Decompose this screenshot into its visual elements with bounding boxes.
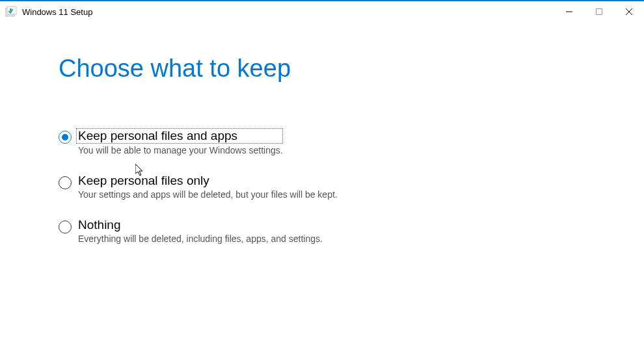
- option-text: Nothing Everything will be deleted, incl…: [78, 218, 323, 244]
- close-button[interactable]: [614, 1, 644, 22]
- options-group: Keep personal files and apps You will be…: [59, 128, 585, 244]
- minimize-button[interactable]: [554, 1, 584, 22]
- option-label: Keep personal files only: [78, 174, 338, 188]
- option-description: Your settings and apps will be deleted, …: [78, 189, 338, 200]
- window-controls: [554, 1, 644, 22]
- radio-icon: [59, 221, 72, 234]
- radio-icon: [59, 131, 72, 144]
- option-keep-files-only[interactable]: Keep personal files only Your settings a…: [59, 174, 585, 200]
- option-text: Keep personal files only Your settings a…: [78, 174, 338, 200]
- setup-window: Windows 11 Setup Choose what to keep Kee…: [0, 0, 644, 361]
- app-icon: [5, 6, 17, 18]
- content-area: Choose what to keep Keep personal files …: [0, 22, 644, 244]
- option-label: Nothing: [78, 218, 323, 232]
- page-title: Choose what to keep: [59, 55, 585, 83]
- option-description: Everything will be deleted, including fi…: [78, 234, 323, 244]
- option-description: You will be able to manage your Windows …: [78, 145, 283, 155]
- option-nothing[interactable]: Nothing Everything will be deleted, incl…: [59, 218, 585, 244]
- window-title: Windows 11 Setup: [22, 7, 554, 17]
- titlebar: Windows 11 Setup: [0, 1, 644, 22]
- option-text: Keep personal files and apps You will be…: [78, 128, 283, 155]
- option-keep-files-and-apps[interactable]: Keep personal files and apps You will be…: [59, 128, 585, 155]
- radio-icon: [59, 176, 72, 189]
- option-label: Keep personal files and apps: [76, 128, 283, 144]
- svg-rect-3: [597, 9, 602, 15]
- maximize-button[interactable]: [584, 1, 614, 22]
